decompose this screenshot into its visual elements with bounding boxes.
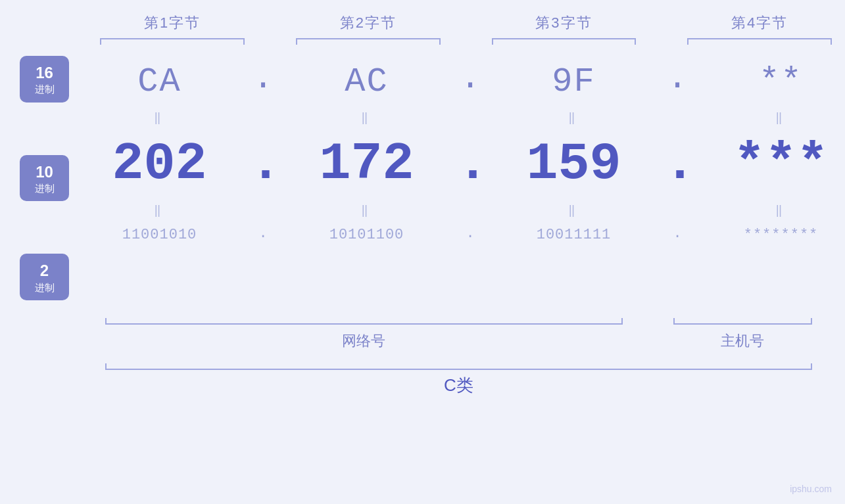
dec-row: 202 . 172 . 159 . *** [69,127,845,200]
byte4-header: 第4字节 [674,13,845,33]
byte3-header: 第3字节 [479,13,650,33]
hex-row: CA . AC . 9F . ** [69,49,845,108]
network-bracket [92,310,636,330]
dec-dot3: . [664,134,690,194]
class-bracket-row [0,356,845,373]
dec-b3: 159 [483,127,664,200]
byte1-header: 第1字节 [87,13,258,33]
byte2-header: 第2字节 [283,13,454,33]
dec-b1: 202 [69,127,250,200]
watermark: ipshu.com [790,484,832,494]
top-bracket-row [0,33,845,46]
bin-b3: 10011111 [483,220,664,246]
byte4-bracket [674,33,845,46]
hex-b1: CA [69,49,250,108]
hex-dot1: . [250,59,276,98]
bin-b1: 11001010 [69,220,250,246]
hex-b3: 9F [483,49,664,108]
labels-column: 16 进制 10 进制 2 进制 [20,49,69,307]
dec-b2: 172 [276,127,457,200]
hex-dot3: . [664,59,690,98]
bin-dot3: . [664,225,690,242]
byte-headers: 第1字节 第2字节 第3字节 第4字节 [0,13,845,33]
dec-b4: *** [690,127,845,200]
host-bracket [660,310,825,330]
host-label: 主机号 [660,331,825,351]
hex-b2: AC [276,49,457,108]
hex-dot2: . [457,59,483,98]
data-grid: CA . AC . 9F . ** ‖ ‖ ‖ ‖ 202 . [69,49,845,246]
bracket-labels: 网络号 主机号 [0,331,845,351]
bin-label-badge: 2 进制 [20,254,69,300]
network-label: 网络号 [92,331,636,351]
hex-label-badge: 16 进制 [20,56,69,103]
byte1-bracket [87,33,258,46]
bin-dot1: . [250,225,276,242]
bin-b2: 10101100 [276,220,457,246]
byte3-bracket [479,33,650,46]
dec-dot2: . [457,134,483,194]
class-label: C类 [92,374,825,397]
eq-sep1: ‖ ‖ ‖ ‖ [69,108,845,127]
dec-label-badge: 10 进制 [20,155,69,202]
main-container: 第1字节 第2字节 第3字节 第4字节 16 进制 10 进制 [0,0,845,504]
eq-sep2: ‖ ‖ ‖ ‖ [69,200,845,220]
bin-row: 11001010 . 10101100 . 10011111 . *******… [69,220,845,246]
bottom-brackets [0,310,845,330]
class-label-row: C类 [0,374,845,397]
dec-dot1: . [250,134,276,194]
bin-b4: ******** [690,220,845,246]
byte2-bracket [283,33,454,46]
bin-dot2: . [457,225,483,242]
class-bracket [92,356,825,373]
hex-b4: ** [690,49,845,108]
